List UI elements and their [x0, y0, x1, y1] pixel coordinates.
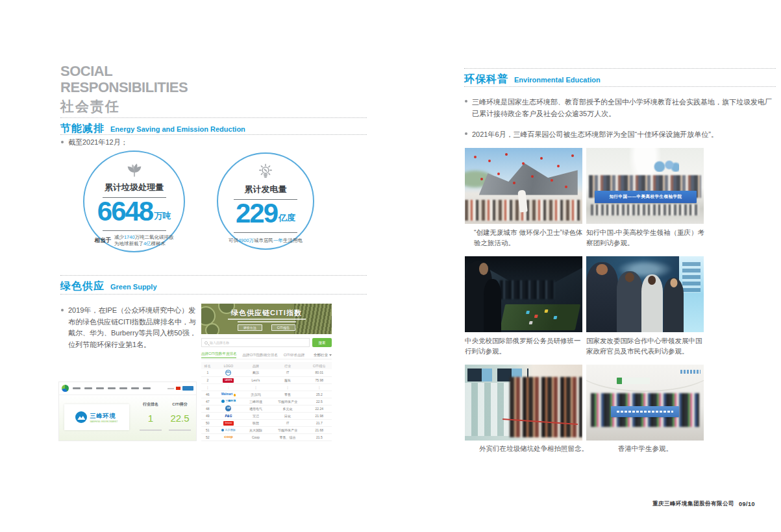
col-rank: 排名: [201, 362, 214, 369]
table-row[interactable]: 50 lenovo 联想 IT 21.7: [201, 419, 332, 426]
table-row[interactable]: 51 光大国际 光大国际 节能环保产业 21.68: [201, 426, 332, 433]
table-row[interactable]: 48 GE 通用电气 多元化 22.24: [201, 405, 332, 412]
table-row[interactable]: 49 P&G 宝洁 日化 21.98: [201, 412, 332, 419]
table-row-sanfeng[interactable]: 47 三峰环境 三峰环境 节能环保产业 22.5: [201, 398, 332, 405]
table-row-ellipsis: ⋮ ⋮ ⋮ ⋮ ⋮: [201, 383, 332, 391]
ipe-nav-bar: [59, 382, 196, 395]
sanfeng-brand-en: SANFENG ENVIRONMENT: [90, 420, 118, 423]
green-supply-text: 2019年，在IPE（公众环境研究中心）发布的绿色供应链CITI指数品牌排名中，…: [61, 305, 199, 350]
photo-guests-waste-pit: [465, 365, 582, 441]
page-title-cn: 社会责任: [60, 97, 188, 115]
visitor-crowd: [500, 280, 554, 298]
ellipsis: ⋮: [227, 386, 230, 389]
tab-citi-brands[interactable]: CITI评价品牌: [284, 353, 304, 357]
search-button[interactable]: 搜索: [312, 338, 332, 347]
photo-us-china-student-leaders: 知行中国——中美高校学生领袖学院: [586, 148, 704, 224]
photo-ndrc-foreign-officials: [586, 256, 704, 332]
citi-website-screenshot: 绿色供应链CITI指数 评价方法 CITI报告 输入品牌名称 搜索 品牌CITI…: [201, 304, 332, 441]
table-row[interactable]: 46 Walmart 沃尔玛 零售 25.2: [201, 391, 332, 398]
note-text: 为地球新栽了: [114, 241, 143, 247]
note-highlight: 4亿: [143, 241, 151, 247]
nav-item[interactable]: [119, 387, 127, 389]
note-text: 减少: [114, 234, 124, 240]
red-caps-confetti: [474, 156, 477, 158]
photo-caption: 香港中学生参观。: [586, 443, 704, 453]
photo-caption: “创建无废城市 做环保小卫士”绿色体验之旅活动。: [474, 227, 586, 248]
nav-item[interactable]: [131, 387, 139, 389]
stat-note: 相当于 减少1740万吨二氧化碳排放 为地球新栽了4亿棵树木: [94, 234, 173, 247]
education-bullet-1: 三峰环境是国家生态环境部、教育部授予的全国中小学环境教育社会实践基地，旗下垃圾发…: [465, 96, 775, 119]
photo-caption: 知行中国-中美高校学生领袖（重庆）考察团到访参观。: [586, 227, 704, 248]
section-title-en: Green Supply: [110, 283, 157, 291]
table-row[interactable]: 52 coop Coop 零售、综合 21.5: [201, 433, 332, 441]
citi-banner-title: 绿色供应链CITI指数: [201, 308, 332, 318]
section-header-green-supply: 绿色供应Green Supply: [60, 280, 157, 293]
fine-print-bar: [140, 429, 162, 431]
col-score: CITI得分: [307, 362, 332, 369]
photo-caption: 外宾们在垃圾储坑处争相拍照留念。: [479, 443, 597, 453]
brand-logo: 三峰环境: [221, 400, 236, 403]
filter-label: 全部行业: [314, 353, 328, 357]
citi-ranking-table: 排名 LOGO 品牌 行业 CITI得分 1 DELL 戴尔 IT 80.01 …: [201, 362, 332, 441]
brand-logo: coop: [224, 435, 232, 439]
nav-item[interactable]: [84, 387, 92, 389]
photo-hongkong-students: [586, 365, 704, 441]
page-title-en-line1: SOCIAL: [60, 63, 188, 79]
nav-item[interactable]: [143, 387, 151, 389]
industry-filter-dropdown[interactable]: 全部行业: [314, 353, 332, 357]
table-row[interactable]: 1 DELL 戴尔 IT 80.01: [201, 369, 332, 376]
search-placeholder: 输入品牌名称: [210, 341, 229, 345]
note-text: 可供: [229, 237, 238, 243]
nav-item[interactable]: [96, 387, 104, 389]
nav-item[interactable]: [108, 387, 116, 389]
bulb-icon: [256, 163, 275, 182]
ipe-result-panel: 三峰环境 SANFENG ENVIRONMENT 行业排名 1 CITI得分 2…: [59, 395, 196, 441]
page-title-en-line2: RESPONSIBILITIES: [60, 79, 188, 95]
glass-wall: [465, 383, 517, 436]
col-logo: LOGO: [214, 362, 243, 369]
sanfeng-logo-icon: [75, 411, 87, 423]
divider: [464, 68, 776, 69]
divider: [60, 117, 367, 118]
page-number: 09/10: [739, 501, 755, 507]
citi-method-button[interactable]: 评价方法: [238, 324, 262, 331]
green-logo-sign: [617, 378, 650, 385]
photo-russian-civil-servants: [465, 256, 582, 332]
blue-banner: 知行中国——中美高校学生领袖学院: [595, 191, 697, 204]
stat-value: 6648万吨: [97, 197, 171, 226]
china-flag-icon: [176, 387, 180, 390]
divider: [60, 294, 367, 295]
stat-unit: 万吨: [154, 210, 171, 222]
login-button[interactable]: [182, 386, 193, 391]
note-text: 生活用电: [283, 237, 303, 243]
rank-value: 1: [136, 413, 166, 424]
divider: [103, 230, 166, 231]
report-page: SOCIAL RESPONSIBILITIES 社会责任 节能减排Energy …: [0, 0, 781, 532]
table-row[interactable]: 2 LEVI'S Levi's 服装 75.98: [201, 376, 332, 383]
col-industry: 行业: [269, 362, 307, 369]
blue-slogan-text: [680, 370, 700, 374]
nav-item[interactable]: [73, 387, 81, 389]
chevron-down-icon: [329, 354, 332, 356]
stat-value: 229亿度: [236, 199, 295, 228]
note-highlight: 1740: [124, 234, 135, 240]
tab-citi-detail-ranking[interactable]: 品牌CITI指数细分排名: [242, 353, 277, 357]
stat-power-generation: 累计发电量 229亿度 可供4900万城市居民一年生活用电: [217, 152, 314, 250]
tab-citi-annual-ranking[interactable]: 品牌CITI指数年度排名: [201, 352, 236, 358]
photo-caption: 中央党校国际部俄罗斯公务员研修班一行到访参观。: [465, 335, 583, 356]
brand-search-input[interactable]: 输入品牌名称: [201, 338, 310, 347]
citi-report-button[interactable]: CITI报告: [271, 324, 295, 331]
brand-logo: Walmart: [221, 393, 236, 396]
score-value: 22.5: [165, 413, 195, 424]
ipe-website-screenshot: 三峰环境 SANFENG ENVIRONMENT 行业排名 1 CITI得分 2…: [58, 381, 197, 441]
brand-logo: GE: [225, 405, 231, 411]
sanfeng-brand-cn: 三峰环境: [90, 412, 118, 420]
stat-label: 累计发电量: [245, 184, 287, 195]
building-shape: [479, 163, 578, 195]
photo-green-experience-activity: [465, 148, 582, 224]
facility-model: [500, 304, 580, 330]
official-silhouette: [641, 274, 663, 332]
note-text: 城市居民: [254, 237, 273, 243]
equivalent-label: 相当于: [94, 237, 111, 245]
stat-unit: 亿度: [279, 212, 295, 224]
